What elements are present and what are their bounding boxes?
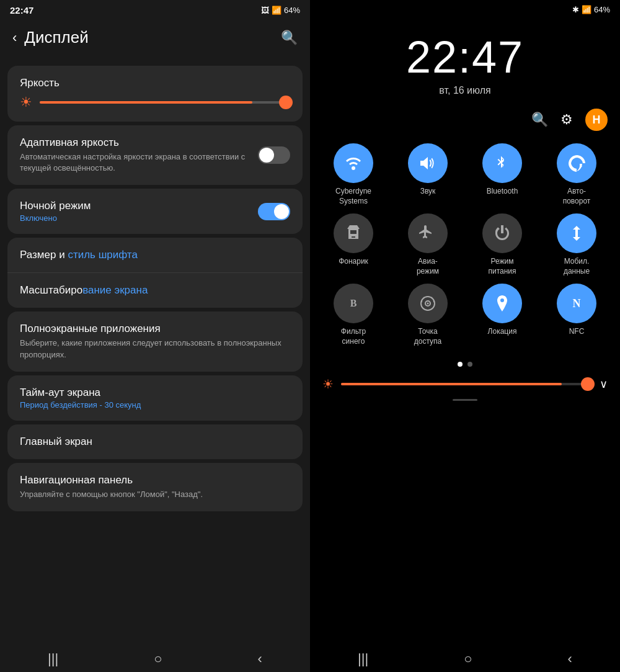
- adaptive-group: Адаптивная яркость Автоматическая настро…: [7, 125, 303, 185]
- page-title: Дисплей: [24, 28, 88, 47]
- user-avatar[interactable]: H: [585, 109, 608, 131]
- timeout-group: Тайм-аут экрана Период бездействия - 30 …: [7, 375, 303, 421]
- quick-toggle-blue-filter[interactable]: B Фильтрсинего: [320, 284, 387, 346]
- back-button[interactable]: ‹: [12, 30, 17, 46]
- brightness-track[interactable]: [40, 101, 290, 104]
- quick-toggle-location[interactable]: Локация: [469, 284, 536, 346]
- hotspot-toggle-btn[interactable]: [408, 284, 448, 323]
- search-icon-right[interactable]: 🔍: [531, 112, 548, 128]
- nav-back-icon-left[interactable]: ‹: [258, 651, 262, 667]
- quick-toggle-hotspot[interactable]: Точкадоступа: [394, 284, 461, 346]
- clock-time: 22:47: [310, 32, 620, 83]
- flashlight-toggle-label: Фонарик: [339, 257, 368, 267]
- expand-icon[interactable]: ∨: [600, 377, 608, 391]
- dot-2[interactable]: [467, 362, 472, 367]
- brightness-thumb[interactable]: [279, 96, 293, 109]
- nav-home-icon-left[interactable]: ○: [154, 651, 162, 667]
- font-style-item[interactable]: Размер и стиль шрифта: [7, 238, 303, 273]
- quick-toggles: CyberdyneSystems Звук Bluetooth: [310, 138, 620, 352]
- brightness-thumb-right[interactable]: [581, 377, 595, 391]
- quick-toggle-bluetooth[interactable]: Bluetooth: [469, 143, 536, 206]
- dot-1[interactable]: [458, 362, 463, 367]
- wifi-status-icon: 📶: [582, 5, 591, 14]
- nav-item[interactable]: Навигационная панель Управляйте с помощь…: [7, 463, 303, 511]
- nfc-toggle-btn[interactable]: N: [557, 284, 596, 323]
- blue-filter-toggle-btn[interactable]: B: [334, 284, 373, 323]
- adaptive-brightness-title: Адаптивная яркость: [20, 137, 253, 149]
- autorotate-toggle-label: Авто-поворот: [563, 187, 591, 206]
- adaptive-toggle[interactable]: [258, 146, 290, 164]
- status-icons-left: 🖼 📶 64%: [261, 6, 300, 15]
- night-mode-item[interactable]: Ночной режим Включено: [7, 189, 303, 234]
- quick-toggle-sound[interactable]: Звук: [394, 143, 461, 206]
- fullscreen-subtitle: Выберите, какие приложения следует испол…: [20, 338, 290, 360]
- top-bar-title: ‹ Дисплей: [12, 28, 89, 47]
- sound-toggle-btn[interactable]: [408, 143, 448, 183]
- timeout-item[interactable]: Тайм-аут экрана Период бездействия - 30 …: [7, 375, 303, 421]
- brightness-row-right[interactable]: ☀ ∨: [310, 372, 620, 396]
- quick-toggle-flashlight[interactable]: Фонарик: [320, 213, 387, 276]
- nav-group: Навигационная панель Управляйте с помощь…: [7, 463, 303, 511]
- search-icon-left[interactable]: 🔍: [281, 30, 298, 46]
- power-mode-toggle-label: Режимпитания: [488, 257, 516, 276]
- settings-list: Яркость ☀ Адаптивная яркость Автоматичес…: [0, 57, 310, 643]
- airplane-toggle-label: Авиа-режим: [417, 257, 439, 276]
- night-mode-toggle[interactable]: [258, 203, 290, 220]
- fullscreen-item[interactable]: Полноэкранные приложения Выберите, какие…: [7, 311, 303, 371]
- brightness-sun-icon-right: ☀: [322, 377, 334, 392]
- settings-icon-right[interactable]: ⚙: [560, 112, 573, 128]
- flashlight-toggle-btn[interactable]: [334, 213, 373, 253]
- brightness-group: Яркость ☀: [7, 66, 303, 122]
- brightness-fill: [40, 101, 252, 104]
- wifi-icon-left: 📶: [272, 6, 281, 15]
- wifi-toggle-label: CyberdyneSystems: [335, 187, 371, 206]
- brightness-sun-icon: ☀: [20, 94, 32, 110]
- font-style-title: Размер и стиль шрифта: [20, 249, 290, 261]
- screen-scale-item[interactable]: Масштабирование экрана: [7, 273, 303, 308]
- autorotate-toggle-btn[interactable]: [557, 143, 596, 183]
- brightness-title: Яркость: [20, 77, 290, 89]
- timeout-value: Период бездействия - 30 секунд: [20, 400, 290, 410]
- status-bar-right: ✱ 📶 64%: [310, 0, 620, 19]
- power-mode-toggle-btn[interactable]: [482, 213, 522, 253]
- sound-toggle-label: Звук: [420, 187, 436, 197]
- brightness-item: Яркость ☀: [7, 66, 303, 122]
- adaptive-brightness-subtitle: Автоматическая настройка яркости экрана …: [20, 151, 253, 174]
- adaptive-brightness-item[interactable]: Адаптивная яркость Автоматическая настро…: [7, 125, 303, 185]
- mobile-data-toggle-btn[interactable]: [557, 213, 596, 253]
- night-mode-group: Ночной режим Включено: [7, 189, 303, 234]
- quick-toggle-power-mode[interactable]: Режимпитания: [469, 213, 536, 276]
- wifi-toggle-btn[interactable]: [334, 143, 373, 183]
- quick-toggle-airplane[interactable]: Авиа-режим: [394, 213, 461, 276]
- quick-toggle-autorotate[interactable]: Авто-поворот: [543, 143, 610, 206]
- brightness-row[interactable]: ☀: [20, 89, 290, 110]
- home-item[interactable]: Главный экран: [7, 424, 303, 459]
- night-mode-status: Включено: [20, 213, 253, 223]
- nav-recent-icon-right[interactable]: |||: [358, 651, 368, 667]
- airplane-toggle-btn[interactable]: [408, 213, 448, 253]
- fullscreen-group: Полноэкранные приложения Выберите, какие…: [7, 311, 303, 371]
- right-content: 22:47 вт, 16 июля 🔍 ⚙ H CyberdyneSystems: [310, 19, 620, 643]
- nav-recent-icon-left[interactable]: |||: [48, 651, 58, 667]
- location-toggle-label: Локация: [488, 327, 517, 337]
- notification-bar: 🔍 ⚙ H: [310, 101, 620, 138]
- bluetooth-status-icon: ✱: [572, 5, 579, 14]
- top-bar: ‹ Дисплей 🔍: [0, 20, 310, 57]
- nav-subtitle: Управляйте с помощью кнопок "Ломой", "На…: [20, 489, 290, 500]
- right-panel: ✱ 📶 64% 22:47 вт, 16 июля 🔍 ⚙ H: [310, 0, 620, 672]
- night-mode-toggle-knob: [274, 204, 289, 219]
- nav-back-icon-right[interactable]: ‹: [568, 651, 572, 667]
- brightness-track-right[interactable]: [341, 383, 592, 385]
- bluetooth-toggle-btn[interactable]: [482, 143, 522, 183]
- location-toggle-btn[interactable]: [482, 284, 522, 323]
- mobile-data-toggle-label: Мобил.данные: [564, 257, 590, 276]
- battery-left: 64%: [284, 6, 300, 15]
- status-time-left: 22:47: [10, 5, 33, 16]
- screen-scale-title: Масштабирование экрана: [20, 284, 290, 297]
- bottom-nav-right: ||| ○ ‹: [310, 643, 620, 672]
- brightness-fill-right: [341, 383, 562, 385]
- quick-toggle-mobile-data[interactable]: Мобил.данные: [543, 213, 610, 276]
- quick-toggle-nfc[interactable]: N NFC: [543, 284, 610, 346]
- quick-toggle-wifi[interactable]: CyberdyneSystems: [320, 143, 387, 206]
- nav-home-icon-right[interactable]: ○: [464, 651, 472, 667]
